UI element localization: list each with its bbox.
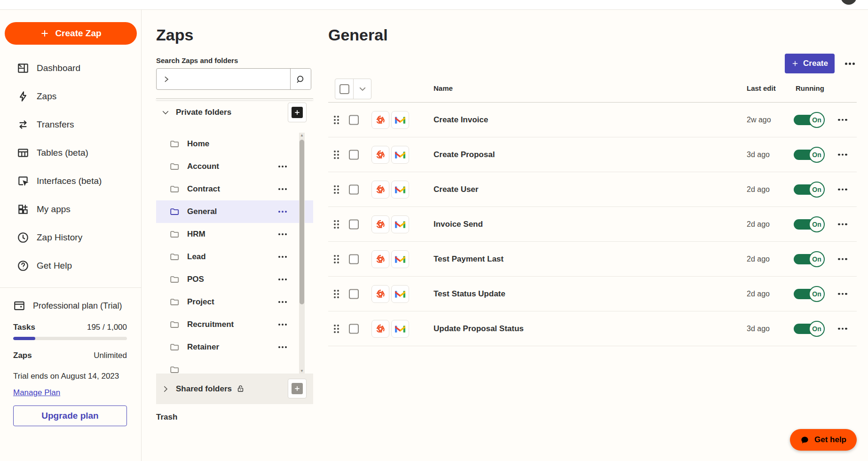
- main-actions: Create: [785, 54, 855, 73]
- create-button[interactable]: Create: [785, 54, 835, 73]
- private-folders-header[interactable]: Private folders: [156, 102, 313, 123]
- folder-menu-button[interactable]: [278, 346, 287, 348]
- folder-item-general[interactable]: General: [156, 200, 313, 223]
- running-toggle[interactable]: On: [794, 251, 825, 267]
- get-help-button[interactable]: Get help: [790, 429, 857, 451]
- table-header: Name Last edit Running: [328, 84, 857, 95]
- zap-name[interactable]: Create Invoice: [434, 115, 488, 125]
- drag-handle-icon[interactable]: [334, 116, 339, 124]
- running-toggle[interactable]: On: [794, 112, 825, 128]
- sidebar-item-dashboard[interactable]: Dashboard: [0, 54, 141, 82]
- table-row: Create User 2d ago On: [328, 172, 857, 207]
- sidebar-item-zaps[interactable]: Zaps: [0, 82, 141, 111]
- sidebar-item-transfers[interactable]: Transfers: [0, 111, 141, 139]
- zap-name[interactable]: Test Status Update: [434, 289, 505, 299]
- avatar[interactable]: [841, 0, 857, 5]
- lock-icon: [237, 385, 245, 393]
- row-menu-button[interactable]: [838, 327, 847, 330]
- folder-menu-button[interactable]: [278, 188, 287, 190]
- sidebar-item-interfaces-beta[interactable]: Interfaces (beta): [0, 167, 141, 195]
- chat-bubble-icon: [800, 436, 809, 445]
- folder-icon: [169, 139, 180, 149]
- zap-last-edit: 2d ago: [747, 290, 770, 298]
- sidebar-item-my-apps[interactable]: My apps: [0, 195, 141, 223]
- drag-handle-icon[interactable]: [334, 325, 339, 333]
- folder-menu-button[interactable]: [845, 63, 855, 65]
- zap-name[interactable]: Update Proposal Status: [434, 324, 524, 334]
- folder-item-project[interactable]: Project: [156, 291, 313, 313]
- folder-item-item[interactable]: [156, 358, 313, 374]
- row-checkbox[interactable]: [349, 115, 359, 125]
- folder-menu-button[interactable]: [278, 211, 287, 213]
- running-toggle[interactable]: On: [794, 216, 825, 232]
- folder-item-account[interactable]: Account: [156, 155, 313, 178]
- add-private-folder-button[interactable]: [288, 103, 307, 122]
- scroll-up-icon[interactable]: ▲: [299, 133, 305, 138]
- row-checkbox[interactable]: [349, 289, 359, 299]
- drag-handle-icon[interactable]: [334, 290, 339, 298]
- drag-handle-icon[interactable]: [334, 220, 339, 229]
- search-input[interactable]: [175, 69, 290, 89]
- folder-menu-button[interactable]: [278, 256, 287, 258]
- folder-menu-button[interactable]: [278, 166, 287, 167]
- folder-icon: [169, 319, 180, 330]
- page-title: General: [328, 26, 388, 44]
- row-menu-button[interactable]: [838, 293, 847, 295]
- row-menu-button[interactable]: [838, 223, 847, 225]
- folder-menu-button[interactable]: [278, 278, 287, 280]
- table-row: Create Invoice 2w ago On: [328, 103, 857, 137]
- running-toggle[interactable]: On: [794, 182, 825, 198]
- folder-item-home[interactable]: Home: [156, 133, 313, 155]
- drag-handle-icon[interactable]: [334, 151, 339, 159]
- running-toggle[interactable]: On: [794, 321, 825, 337]
- search-icon: [296, 74, 306, 84]
- zap-name[interactable]: Create User: [434, 185, 478, 194]
- row-checkbox[interactable]: [349, 150, 359, 159]
- sidebar-item-tables-beta[interactable]: Tables (beta): [0, 139, 141, 167]
- row-checkbox[interactable]: [349, 254, 359, 264]
- row-checkbox[interactable]: [349, 324, 359, 334]
- row-menu-button[interactable]: [838, 153, 847, 156]
- scrollbar-thumb[interactable]: [300, 140, 304, 304]
- add-shared-folder-button[interactable]: [288, 379, 307, 398]
- shared-folders-label: Shared folders: [176, 384, 232, 394]
- row-menu-button[interactable]: [838, 188, 847, 191]
- sidebar-item-get-help[interactable]: Get Help: [0, 252, 141, 280]
- folder-item-recruitment[interactable]: Recruitment: [156, 313, 313, 336]
- manage-plan-link[interactable]: Manage Plan: [13, 388, 60, 397]
- running-toggle[interactable]: On: [794, 147, 825, 163]
- folder-icon: [169, 342, 180, 352]
- shared-folders-header[interactable]: Shared folders: [156, 374, 313, 404]
- sidebar-item-zap-history[interactable]: Zap History: [0, 223, 141, 252]
- upgrade-plan-button[interactable]: Upgrade plan: [13, 405, 127, 426]
- plus-icon: [292, 383, 303, 394]
- row-checkbox[interactable]: [349, 219, 359, 229]
- zap-name[interactable]: Create Proposal: [434, 150, 495, 159]
- row-checkbox[interactable]: [349, 184, 359, 194]
- folder-menu-button[interactable]: [278, 233, 287, 235]
- row-menu-button[interactable]: [838, 119, 847, 121]
- folder-menu-button[interactable]: [278, 324, 287, 326]
- plus-icon: [40, 29, 49, 38]
- toggle-state-label: On: [809, 286, 825, 302]
- folder-item-retainer[interactable]: Retainer: [156, 336, 313, 358]
- webhooks-icon: [371, 250, 389, 268]
- folder-item-contract[interactable]: Contract: [156, 178, 313, 200]
- trash-link[interactable]: Trash: [156, 413, 177, 422]
- row-menu-button[interactable]: [838, 258, 847, 260]
- folder-item-hrm[interactable]: HRM: [156, 223, 313, 246]
- drag-handle-icon[interactable]: [334, 255, 339, 263]
- zap-name[interactable]: Test Payment Last: [434, 254, 504, 264]
- zap-name[interactable]: Invoice Send: [434, 220, 483, 229]
- folder-item-lead[interactable]: Lead: [156, 246, 313, 268]
- scroll-down-icon[interactable]: ▼: [299, 368, 305, 374]
- table-icon: [17, 147, 29, 159]
- search-button[interactable]: [290, 69, 311, 89]
- create-zap-button[interactable]: Create Zap: [5, 22, 137, 45]
- folder-menu-button[interactable]: [278, 301, 287, 303]
- folder-item-pos[interactable]: POS: [156, 268, 313, 291]
- toggle-state-label: On: [809, 216, 825, 232]
- running-toggle[interactable]: On: [794, 286, 825, 302]
- drag-handle-icon[interactable]: [334, 185, 339, 194]
- folder-scrollbar[interactable]: ▲ ▼: [299, 133, 305, 374]
